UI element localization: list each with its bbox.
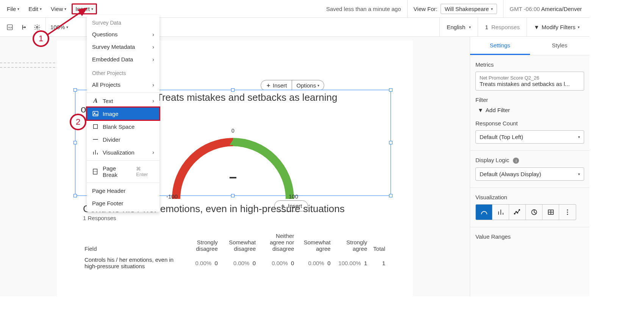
chevron-down-icon: ▾	[317, 83, 319, 88]
resize-handle[interactable]	[73, 194, 77, 197]
annotation-step-1: 1	[33, 30, 49, 47]
keyboard-shortcut: ⌘ Enter	[136, 166, 154, 177]
insert-dropdown: Survey Data Questions› Survey Metadata› …	[87, 15, 159, 212]
responses-count: 1 Responses	[478, 18, 527, 37]
resize-handle[interactable]	[389, 88, 392, 92]
svg-point-11	[567, 214, 568, 215]
gauge-max-label: 100	[289, 193, 298, 200]
filter-label: Filter	[475, 97, 584, 103]
menu-item-page-break[interactable]: Page Break⌘ Enter	[87, 162, 159, 181]
filter-icon: ▼	[478, 107, 483, 113]
canvas-area[interactable]: Page Break ＋Insert Options▾ Treats mista…	[0, 37, 470, 296]
viz-pie-icon[interactable]	[526, 205, 542, 220]
page-break-icon	[92, 168, 99, 175]
menu-item-page-footer[interactable]: Page Footer	[87, 197, 159, 209]
resize-handle[interactable]	[231, 88, 234, 92]
divider	[87, 160, 159, 161]
filter-icon: ▼	[534, 24, 539, 30]
menu-item-embedded-data[interactable]: Embedded Data›	[87, 53, 159, 66]
svg-line-16	[46, 8, 86, 36]
timezone-label: GMT -06:00 America/Denver	[510, 6, 586, 12]
svg-point-5	[517, 212, 518, 213]
display-logic-select[interactable]: Default (Always Display) ▾	[475, 167, 584, 181]
svg-point-3	[514, 213, 515, 214]
view-for-label: View For:	[414, 6, 438, 12]
svg-rect-14	[94, 125, 98, 129]
value-ranges-label: Value Ranges	[475, 233, 584, 240]
dropdown-section-label: Survey Data	[87, 15, 159, 28]
text-icon: A	[92, 97, 99, 104]
modify-filters-button[interactable]: ▼ Modify Filters ▾	[527, 18, 586, 37]
menu-item-visualization[interactable]: Visualization›	[87, 146, 159, 159]
menu-file[interactable]: File▾	[3, 3, 23, 14]
resize-handle[interactable]	[389, 194, 392, 197]
divider	[503, 0, 503, 18]
dropdown-section-label: Other Projects	[87, 66, 159, 78]
menu-item-divider[interactable]: Divider	[87, 133, 159, 146]
options-button[interactable]: Options▾	[292, 80, 324, 91]
menu-item-survey-metadata[interactable]: Survey Metadata›	[87, 41, 159, 53]
info-icon[interactable]: i	[513, 158, 519, 164]
resize-handle[interactable]	[73, 88, 77, 92]
viz-bar-icon[interactable]	[492, 205, 509, 220]
svg-rect-12	[93, 111, 98, 116]
table-row: Controls his / her emotions, even in hig…	[81, 254, 388, 272]
gauge-pointer	[230, 140, 236, 145]
menu-item-questions[interactable]: Questions›	[87, 28, 159, 41]
resize-handle[interactable]	[73, 141, 77, 144]
resize-handle[interactable]	[389, 141, 392, 144]
menu-item-blank-space[interactable]: Blank Space	[87, 120, 159, 133]
gauge-chart: 0 -100 100	[169, 128, 297, 200]
insert-options-pill: ＋Insert Options▾	[261, 80, 324, 91]
annotation-step-2: 2	[70, 114, 86, 130]
language-select[interactable]: English▾	[439, 18, 478, 37]
results-table: Field Strongly disagree Somewhat disagre…	[81, 230, 388, 272]
menu-item-all-projects[interactable]: All Projects›	[87, 78, 159, 91]
export-button[interactable]	[17, 20, 30, 34]
chevron-right-icon: ›	[152, 149, 154, 155]
col-field: Field	[81, 230, 188, 254]
insert-button[interactable]: ＋Insert	[261, 80, 292, 91]
add-filter-button[interactable]: ▼ Add Filter	[475, 107, 584, 113]
svg-point-10	[567, 212, 568, 213]
svg-point-2	[36, 26, 38, 28]
svg-point-9	[567, 209, 568, 211]
viz-more-icon[interactable]	[559, 205, 576, 220]
chevron-down-icon: ▾	[578, 172, 580, 176]
tab-styles[interactable]: Styles	[530, 37, 590, 55]
block-responses: 1 Responses	[63, 215, 407, 224]
col-strongly-agree: Strongly agree	[334, 230, 370, 254]
table-block[interactable]: Controls his / her emotions, even in hig…	[63, 202, 407, 272]
divider	[407, 0, 408, 18]
pdf-export-button[interactable]: PDF	[3, 20, 17, 34]
metric-selector[interactable]: Net Promoter Score Q2_26 Treats mistakes…	[475, 72, 584, 91]
chevron-right-icon: ›	[152, 44, 154, 50]
menu-item-page-header[interactable]: Page Header	[87, 184, 159, 197]
viz-gauge-icon[interactable]	[476, 205, 492, 220]
svg-text:PDF: PDF	[8, 27, 13, 29]
chevron-right-icon: ›	[152, 98, 154, 104]
tab-settings[interactable]: Settings	[470, 37, 530, 55]
metrics-label: Metrics	[475, 61, 584, 68]
visualization-type-picker	[475, 204, 576, 220]
gauge-min-label: -100	[166, 193, 178, 200]
divider	[87, 183, 159, 183]
chevron-down-icon: ▾	[17, 7, 19, 11]
viz-table-icon[interactable]	[542, 205, 559, 220]
image-icon	[92, 110, 99, 117]
gauge-zero-label: 0	[231, 128, 234, 134]
view-for-select[interactable]: Will Shakespeare ▾	[441, 4, 497, 14]
col-total: Total	[370, 230, 388, 254]
divider	[87, 92, 159, 93]
blank-space-icon	[92, 123, 99, 130]
menu-item-image[interactable]: Image	[87, 107, 159, 120]
response-count-select[interactable]: Default (Top Left) ▾	[475, 130, 584, 144]
visualization-label: Visualization	[475, 194, 584, 200]
chevron-down-icon: ▾	[578, 135, 580, 139]
menu-item-text[interactable]: A Text›	[87, 94, 159, 107]
visualization-icon	[92, 149, 99, 156]
panel-tabs: Settings Styles	[470, 37, 589, 55]
viz-line-icon[interactable]	[509, 205, 526, 220]
col-strongly-disagree: Strongly disagree	[188, 230, 221, 254]
chevron-right-icon: ›	[152, 31, 154, 38]
